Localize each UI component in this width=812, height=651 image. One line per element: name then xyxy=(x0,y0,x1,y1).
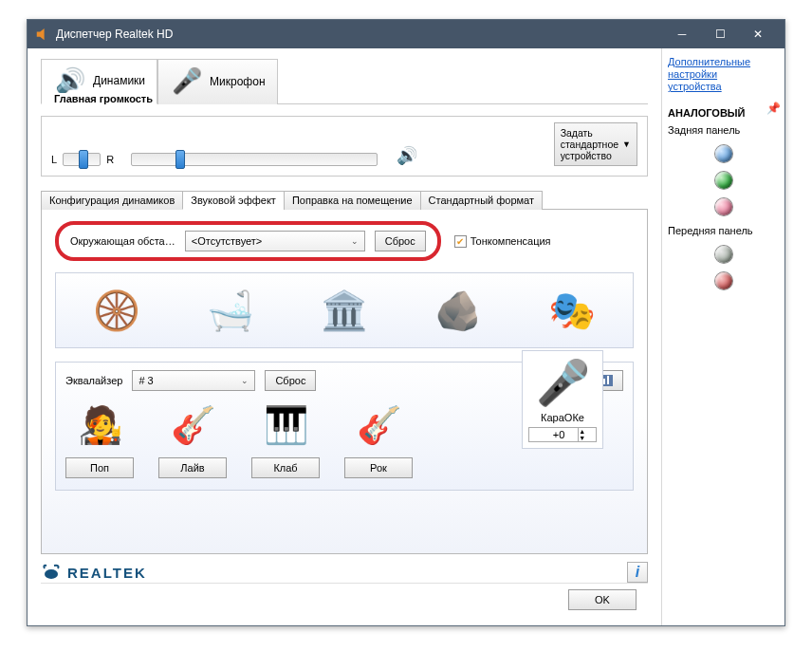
mute-button[interactable]: 🔊 xyxy=(395,145,419,166)
eq-pop-button[interactable]: Поп xyxy=(65,457,134,478)
volume-group: L R 🔊 Задать стандартное устройство ▼ xyxy=(41,116,648,177)
live-icon: 🎸 xyxy=(164,399,221,452)
preset-opera[interactable]: 🎭 xyxy=(520,281,624,340)
equalizer-preset-dropdown[interactable]: # 3 ⌄ xyxy=(132,370,255,391)
jack-front-mic[interactable] xyxy=(715,272,732,289)
tab-speakers-label: Динамики xyxy=(93,74,145,87)
set-default-device-button[interactable]: Задать стандартное устройство ▼ xyxy=(554,122,637,166)
tone-compensation-checkbox[interactable]: ✔ xyxy=(454,235,467,248)
titlebar: Диспетчер Realtek HD ─ ☐ ✕ xyxy=(28,20,784,48)
realtek-logo: REALTEK xyxy=(41,563,147,582)
spin-up[interactable]: ▲ xyxy=(579,428,585,435)
info-button[interactable]: i xyxy=(627,562,648,583)
karaoke-icon: 🎤 xyxy=(528,357,597,408)
close-button[interactable]: ✕ xyxy=(739,20,777,48)
jack-line-in[interactable] xyxy=(715,145,732,162)
speaker-app-icon xyxy=(35,28,48,41)
side-panel: Дополнительные настройки устройства АНАЛ… xyxy=(661,48,784,625)
svg-rect-4 xyxy=(607,376,609,384)
eq-club-button[interactable]: Клаб xyxy=(251,457,320,478)
back-panel-label: Задняя панель xyxy=(668,124,779,136)
equalizer-preset-value: # 3 xyxy=(138,375,153,386)
tab-room-correction[interactable]: Поправка на помещение xyxy=(284,191,421,210)
svg-rect-3 xyxy=(603,379,605,384)
eq-live-button[interactable]: Лайв xyxy=(158,457,227,478)
karaoke-box: 🎤 КараОКе +0 ▲▼ xyxy=(522,350,603,449)
tab-default-format[interactable]: Стандартный формат xyxy=(420,191,543,210)
chevron-down-icon: ⌄ xyxy=(241,376,249,385)
pin-icon: 📌 xyxy=(766,102,781,115)
chevron-down-icon: ▼ xyxy=(622,140,631,149)
realtek-logo-text: REALTEK xyxy=(67,565,147,581)
balance-left-label: L xyxy=(51,154,57,165)
volume-slider[interactable] xyxy=(131,153,378,166)
app-window: Диспетчер Realtek HD ─ ☐ ✕ 🔊 Динамики 🎤 … xyxy=(27,19,785,626)
balance-right-label: R xyxy=(106,154,114,165)
crab-icon xyxy=(41,563,62,582)
pop-icon: 🧑‍🎤 xyxy=(71,399,128,452)
ok-button[interactable]: OK xyxy=(568,589,637,610)
analog-section-title: АНАЛОГОВЫЙ 📌 xyxy=(668,107,779,119)
preset-sewer[interactable]: 🛞 xyxy=(65,281,169,340)
svg-point-5 xyxy=(45,569,58,579)
settings-tabs: Конфигурация динамиков Звуковой эффект П… xyxy=(41,190,648,210)
environment-highlight: Окружающая обста… <Отсутствует> ⌄ Сброс xyxy=(55,221,441,261)
maximize-button[interactable]: ☐ xyxy=(701,20,739,48)
tab-speaker-config[interactable]: Конфигурация динамиков xyxy=(41,191,183,210)
window-title: Диспетчер Realtek HD xyxy=(56,28,663,41)
sound-effect-panel: Окружающая обста… <Отсутствует> ⌄ Сброс … xyxy=(41,210,648,554)
preset-arena[interactable]: 🏛️ xyxy=(292,281,397,340)
rock-icon: 🎸 xyxy=(350,399,407,452)
preset-bathroom[interactable]: 🛁 xyxy=(178,281,283,340)
jack-line-out[interactable] xyxy=(715,172,732,189)
tone-compensation-label: Тонкомпенсация xyxy=(471,235,551,247)
chevron-down-icon: ⌄ xyxy=(351,236,359,246)
tab-sound-effect[interactable]: Звуковой эффект xyxy=(182,191,285,210)
karaoke-pitch-spinner[interactable]: +0 ▲▼ xyxy=(528,427,597,442)
karaoke-pitch-value: +0 xyxy=(540,428,579,441)
main-volume-title: Главная громкость xyxy=(50,93,157,104)
equalizer-reset-button[interactable]: Сброс xyxy=(265,370,316,391)
environment-label: Окружающая обста… xyxy=(70,235,175,247)
front-panel-label: Передняя панель xyxy=(668,225,779,236)
tab-microphone-label: Микрофон xyxy=(210,75,265,88)
environment-reset-button[interactable]: Сброс xyxy=(375,231,426,251)
environment-dropdown[interactable]: <Отсутствует> ⌄ xyxy=(185,231,365,251)
spin-down[interactable]: ▼ xyxy=(579,435,585,441)
set-default-label: Задать стандартное устройство xyxy=(561,127,618,161)
equalizer-label: Эквалайзер xyxy=(65,375,122,386)
svg-marker-0 xyxy=(37,28,45,40)
balance-slider[interactable] xyxy=(63,153,101,166)
minimize-button[interactable]: ─ xyxy=(663,20,701,48)
advanced-settings-link[interactable]: Дополнительные настройки устройства xyxy=(668,56,779,94)
jack-mic[interactable] xyxy=(715,198,732,215)
environment-presets: 🛞 🛁 🏛️ 🪨 🎭 xyxy=(55,272,634,348)
karaoke-label: КараОКе xyxy=(528,412,597,423)
environment-value: <Отсутствует> xyxy=(192,235,263,247)
jack-front-hp[interactable] xyxy=(715,246,732,263)
preset-stone[interactable]: 🪨 xyxy=(406,281,510,340)
eq-rock-button[interactable]: Рок xyxy=(344,457,413,478)
microphone-icon: 🎤 xyxy=(170,65,204,99)
club-icon: 🎹 xyxy=(257,399,314,452)
tab-microphone[interactable]: 🎤 Микрофон xyxy=(157,59,277,104)
